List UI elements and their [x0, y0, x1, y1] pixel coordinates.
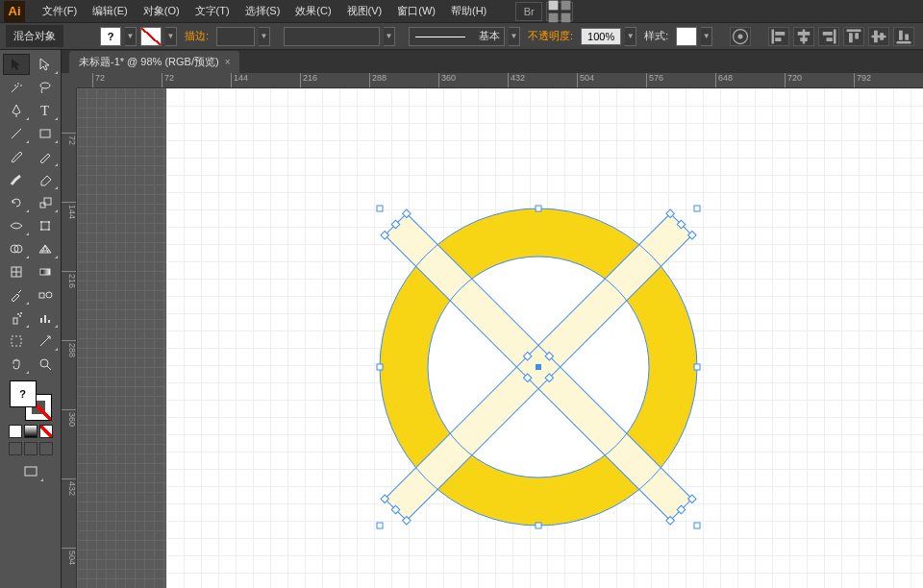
- eyedropper-tool[interactable]: [3, 284, 30, 306]
- stroke-swatch-menu[interactable]: ▼: [165, 27, 177, 46]
- draw-normal[interactable]: [9, 442, 22, 455]
- stroke-weight-field[interactable]: [216, 27, 255, 46]
- screen-mode-button[interactable]: [17, 461, 44, 482]
- brush-definition[interactable]: 基本: [409, 27, 505, 46]
- document-tab[interactable]: 未标题-1* @ 98% (RGB/预览) ×: [69, 51, 239, 73]
- column-graph-tool[interactable]: [32, 307, 59, 329]
- align-button-5[interactable]: [868, 27, 889, 46]
- svg-rect-49: [12, 336, 21, 346]
- lasso-tool[interactable]: [32, 77, 59, 98]
- blend-tool[interactable]: [32, 284, 59, 306]
- pasteboard-area: [77, 88, 166, 588]
- rectangle-tool[interactable]: [32, 123, 59, 144]
- menu-view[interactable]: 视图(V): [339, 0, 390, 22]
- fill-swatch-menu[interactable]: ▼: [125, 27, 137, 46]
- align-hcenter-icon: [794, 27, 813, 46]
- eyedropper-icon: [9, 287, 24, 303]
- recolor-artwork-button[interactable]: [730, 27, 751, 46]
- opacity-label: 不透明度:: [524, 29, 577, 43]
- free-transform-tool[interactable]: [32, 215, 59, 236]
- menu-effect[interactable]: 效果(C): [287, 0, 338, 22]
- brush-definition-menu[interactable]: ▼: [509, 27, 520, 46]
- menu-window[interactable]: 窗口(W): [389, 0, 443, 22]
- blend-icon: [37, 287, 53, 303]
- mesh-tool[interactable]: [3, 261, 30, 282]
- align-button-3[interactable]: [818, 27, 839, 46]
- draw-inside[interactable]: [39, 442, 53, 455]
- width-tool[interactable]: [3, 215, 30, 236]
- app-logo: Ai: [4, 1, 25, 22]
- document-area: 未标题-1* @ 98% (RGB/预览) × 72 72 144 216 28…: [62, 50, 923, 588]
- menu-object[interactable]: 对象(O): [136, 0, 187, 22]
- menu-select[interactable]: 选择(S): [237, 0, 288, 22]
- fill-color-box[interactable]: ?: [10, 380, 37, 407]
- svg-rect-81: [377, 364, 383, 370]
- opacity-field[interactable]: 100%: [581, 28, 621, 45]
- ruler-horizontal[interactable]: 72 72 144 216 288 360 432 504 576 648 72…: [77, 73, 923, 88]
- free-transform-icon: [37, 218, 53, 233]
- arrange-documents-button[interactable]: [546, 2, 573, 21]
- zoom-tool[interactable]: [32, 354, 59, 375]
- align-button-2[interactable]: [793, 27, 814, 46]
- shape-builder-tool[interactable]: [3, 238, 30, 259]
- pencil-tool[interactable]: [32, 146, 59, 167]
- align-button-1[interactable]: [768, 27, 789, 46]
- line-segment-tool[interactable]: [3, 123, 30, 144]
- fill-swatch[interactable]: ?: [100, 27, 121, 46]
- mesh-icon: [9, 264, 24, 280]
- magic-wand-tool[interactable]: [3, 77, 30, 98]
- gradient-tool[interactable]: [32, 261, 59, 282]
- align-button-4[interactable]: [843, 27, 864, 46]
- menu-edit[interactable]: 编辑(E): [85, 0, 136, 22]
- hand-tool[interactable]: [3, 354, 30, 375]
- svg-point-45: [20, 312, 22, 314]
- draw-behind[interactable]: [24, 442, 37, 455]
- rotate-tool[interactable]: [3, 192, 30, 213]
- paintbrush-tool[interactable]: [3, 146, 30, 167]
- direct-selection-tool[interactable]: [32, 54, 59, 75]
- scale-tool[interactable]: [32, 192, 59, 213]
- svg-rect-80: [536, 523, 541, 528]
- menu-file[interactable]: 文件(F): [35, 0, 85, 22]
- close-tab-icon[interactable]: ×: [225, 57, 231, 67]
- ruler-vertical[interactable]: 72 144 216 288 360 432 504: [62, 88, 77, 588]
- stroke-swatch[interactable]: [140, 27, 162, 46]
- svg-rect-20: [880, 33, 884, 40]
- symbol-sprayer-tool[interactable]: [3, 307, 30, 329]
- color-wheel-icon: [731, 27, 750, 46]
- svg-rect-8: [775, 37, 781, 41]
- svg-rect-42: [13, 318, 17, 324]
- fill-stroke-indicator[interactable]: ?: [8, 380, 54, 421]
- artboard-tool[interactable]: [3, 331, 30, 352]
- stroke-profile-menu[interactable]: ▼: [384, 27, 395, 46]
- pen-tool[interactable]: [3, 100, 30, 121]
- context-label: 混合对象: [6, 25, 63, 47]
- selection-tool[interactable]: [3, 54, 30, 75]
- canvas[interactable]: [77, 88, 923, 588]
- color-mode-gradient[interactable]: [24, 425, 37, 438]
- graphic-style-swatch[interactable]: [676, 27, 697, 46]
- type-tool[interactable]: T: [32, 100, 59, 121]
- svg-rect-52: [25, 467, 37, 476]
- graphic-style-menu[interactable]: ▼: [701, 27, 712, 46]
- slice-tool[interactable]: [32, 331, 59, 352]
- artboard-icon: [9, 333, 24, 349]
- eraser-tool[interactable]: [32, 169, 59, 190]
- stroke-profile-field[interactable]: [284, 27, 380, 46]
- align-button-6[interactable]: [893, 27, 914, 46]
- svg-rect-75: [377, 206, 383, 211]
- hand-icon: [9, 356, 24, 372]
- color-mode-none[interactable]: [39, 425, 53, 438]
- perspective-grid-tool[interactable]: [32, 238, 59, 259]
- bridge-button[interactable]: Br: [515, 2, 542, 21]
- blob-brush-tool[interactable]: [3, 169, 30, 190]
- menu-help[interactable]: 帮助(H): [443, 0, 494, 22]
- svg-rect-7: [775, 32, 785, 36]
- color-mode-solid[interactable]: [9, 425, 22, 438]
- menu-type[interactable]: 文字(T): [187, 0, 237, 22]
- artwork[interactable]: [337, 165, 740, 569]
- stroke-weight-menu[interactable]: ▼: [259, 27, 270, 46]
- opacity-menu[interactable]: ▼: [625, 27, 636, 46]
- svg-point-5: [738, 34, 743, 38]
- pencil-icon: [37, 149, 53, 164]
